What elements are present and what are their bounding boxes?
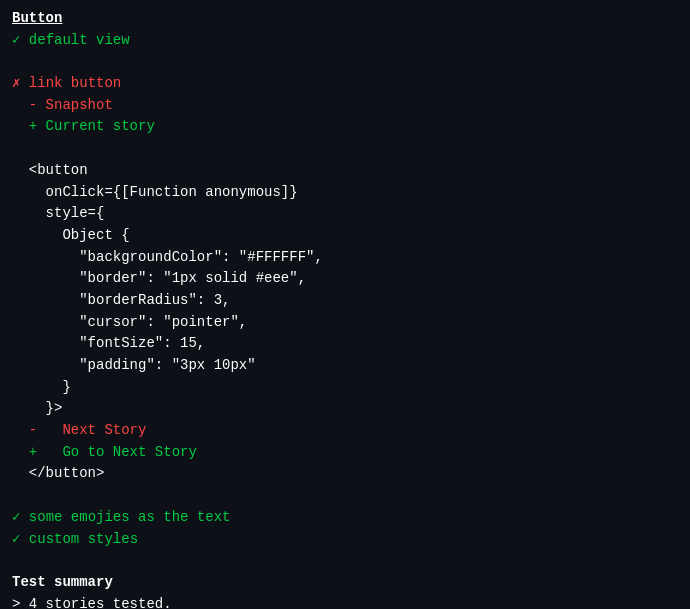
go-to-next-story-added: + Go to Next Story bbox=[12, 442, 678, 464]
button-tag-close: </button> bbox=[12, 463, 678, 485]
next-story-removed: - Next Story bbox=[12, 420, 678, 442]
default-view: ✓ default view bbox=[12, 30, 678, 52]
style-attr-open: style={ bbox=[12, 203, 678, 225]
test-summary-title: Test summary bbox=[12, 572, 678, 594]
style-attr-close: }> bbox=[12, 398, 678, 420]
emojies-pass: ✓ some emojies as the text bbox=[12, 507, 678, 529]
custom-styles-pass: ✓ custom styles bbox=[12, 529, 678, 551]
border-prop: "border": "1px solid #eee", bbox=[12, 268, 678, 290]
link-button-fail: ✗ link button bbox=[12, 73, 678, 95]
title: Button bbox=[12, 8, 678, 30]
font-size-prop: "fontSize": 15, bbox=[12, 333, 678, 355]
border-radius-prop: "borderRadius": 3, bbox=[12, 290, 678, 312]
object-open: Object { bbox=[12, 225, 678, 247]
onclick-attr: onClick={[Function anonymous]} bbox=[12, 182, 678, 204]
object-close: } bbox=[12, 377, 678, 399]
cursor-prop: "cursor": "pointer", bbox=[12, 312, 678, 334]
current-story-added: + Current story bbox=[12, 116, 678, 138]
padding-prop: "padding": "3px 10px" bbox=[12, 355, 678, 377]
bg-color-prop: "backgroundColor": "#FFFFFF", bbox=[12, 247, 678, 269]
button-tag-open: <button bbox=[12, 160, 678, 182]
stories-tested: > 4 stories tested. bbox=[12, 594, 678, 609]
snapshot-removed: - Snapshot bbox=[12, 95, 678, 117]
